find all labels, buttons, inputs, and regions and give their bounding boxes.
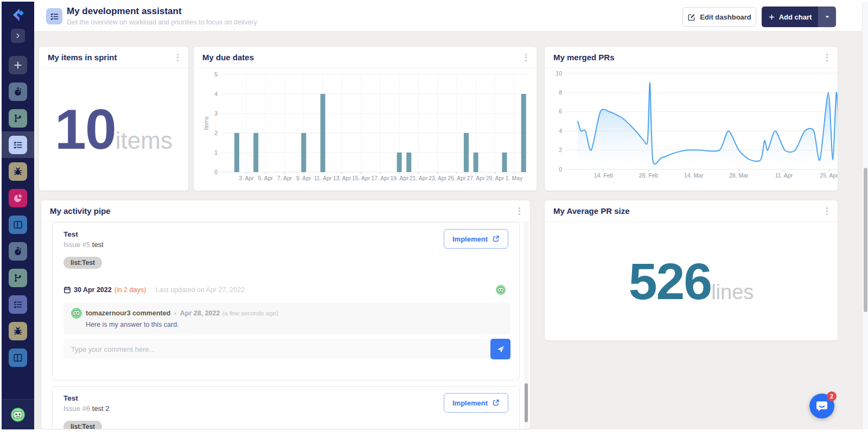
sidebar-item-add-chart[interactable] [9,56,27,74]
activity-scrollbar-thumb[interactable] [525,383,528,422]
add-chart-button[interactable]: Add chart [762,7,818,27]
comment-header: tomazernour3 commented • Apr 28, 2022 (a… [71,308,278,319]
due-dates-bar-chart: 012345Items3. Apr5. Apr7. Apr9. Apr11. A… [202,71,529,186]
activity-item: Test Issue #6 test 2 Implement list:Test [52,386,520,429]
activity-scrollbar[interactable] [524,222,528,429]
calendar-icon [63,286,71,294]
svg-text:27. Apr: 27. Apr [467,175,485,181]
sidebar-nav [2,52,34,371]
svg-text:11. Apr: 11. Apr [775,172,793,179]
comment-block: tomazernour3 commented • Apr 28, 2022 (a… [63,303,510,334]
svg-text:25. Apr: 25. Apr [448,175,466,181]
sidebar-item-pie[interactable] [9,189,27,207]
page-scrollbar[interactable] [862,2,868,429]
stopwatch-icon [13,246,23,256]
sidebar-item-checklist-active[interactable] [9,136,27,154]
due-date: 30 Apr 2022 [74,286,112,294]
send-comment-button[interactable] [490,339,510,359]
sidebar-item-checklist-2[interactable] [9,295,27,314]
user-avatar[interactable] [11,408,25,422]
svg-text:4: 4 [559,128,562,134]
card-menu-button[interactable] [824,52,830,64]
card-header: My items in sprint [39,47,188,68]
card-menu-button[interactable] [523,52,529,64]
svg-text:13. Apr: 13. Apr [333,175,352,181]
implement-button[interactable]: Implement [444,229,508,249]
card-due-dates: My due dates 012345Items3. Apr5. Apr7. A… [193,46,537,191]
svg-text:21. Apr: 21. Apr [410,175,428,181]
card-title: My Average PR size [553,206,630,216]
issue-subtitle: Issue #5 test [63,240,104,249]
card-menu-button[interactable] [824,205,830,217]
git-branch-icon [13,273,23,283]
external-link-icon [492,399,500,407]
sidebar-item-bug-2[interactable] [9,322,27,340]
comment-date: Apr 28, 2022 [180,309,220,317]
sidebar-item-bug-1[interactable] [9,162,27,181]
sidebar-expand-button[interactable] [11,29,25,43]
activity-item: Test Issue #5 test Implement list:Test 3… [52,222,520,381]
svg-text:2: 2 [559,147,562,153]
pencil-square-icon [687,13,695,21]
svg-text:Items: Items [203,116,209,130]
assignee-avatar[interactable] [496,285,506,295]
caret-down-icon [824,14,831,20]
sidebar-item-branch-1[interactable] [9,109,27,128]
stat-unit: lines [711,281,754,304]
svg-text:14. Feb: 14. Feb [594,172,614,179]
implement-button[interactable]: Implement [444,393,508,413]
sidebar-item-board-1[interactable] [9,216,27,234]
card-merged-prs: My merged PRs 024681014. Feb28. Feb14. M… [544,46,838,191]
card-header: My activity pipe [41,200,530,222]
plus-icon [13,60,23,70]
merged-prs-area-chart: 024681014. Feb28. Feb14. Mar28. Mar11. A… [552,71,838,186]
edit-dashboard-button[interactable]: Edit dashboard [682,7,756,27]
chat-unread-badge: 2 [827,391,837,401]
svg-text:9. Apr: 9. Apr [296,175,311,181]
comment-text: Here is my answer to this card. [86,321,179,328]
sidebar-item-branch-2[interactable] [9,269,27,287]
svg-text:4: 4 [214,91,218,97]
svg-text:5: 5 [214,71,218,78]
svg-text:11. Apr: 11. Apr [314,175,332,181]
card-menu-button[interactable] [516,205,522,217]
svg-text:29. Apr: 29. Apr [486,175,505,181]
external-link-icon [492,235,500,243]
label-tag: list:Test [63,257,102,269]
card-header: My due dates [194,47,537,68]
card-avg-pr-size: My Average PR size 526 lines [544,200,838,341]
board-icon [13,220,23,230]
svg-text:0: 0 [559,166,562,173]
stat-unit: items [116,127,173,154]
paper-plane-icon [496,345,505,353]
separator-dot: • [174,311,176,316]
sidebar-item-timer-2[interactable] [9,242,27,261]
page-scrollbar-thumb[interactable] [864,168,867,312]
sidebar-item-timer-1[interactable] [9,83,27,101]
svg-text:7. Apr: 7. Apr [277,175,292,181]
issue-subtitle: Issue #6 test 2 [63,404,110,413]
add-chart-dropdown-button[interactable] [818,7,836,27]
commenter-avatar [71,308,82,319]
sidebar-item-board-2[interactable] [9,349,27,367]
svg-text:3: 3 [214,110,218,117]
sidebar [2,2,34,429]
card-title: My merged PRs [553,53,615,62]
svg-text:1: 1 [214,149,218,156]
stat-value: 526 [629,252,712,311]
checklist-icon [13,140,23,150]
svg-text:8: 8 [559,89,562,96]
pie-chart-icon [13,193,23,203]
label-tag: list:Test [63,421,102,429]
svg-text:15. Apr: 15. Apr [352,175,371,181]
page-title: My development assistant [67,6,182,17]
chat-launcher-button[interactable]: 2 [809,394,834,419]
checklist-icon [13,300,23,309]
git-branch-icon [13,113,23,123]
card-menu-button[interactable] [175,52,181,64]
card-title: My items in sprint [48,53,117,62]
app-logo[interactable] [10,8,25,23]
comment-input[interactable] [63,339,489,359]
issue-text: test 2 [92,404,110,413]
svg-text:25. Apr: 25. Apr [820,172,838,179]
